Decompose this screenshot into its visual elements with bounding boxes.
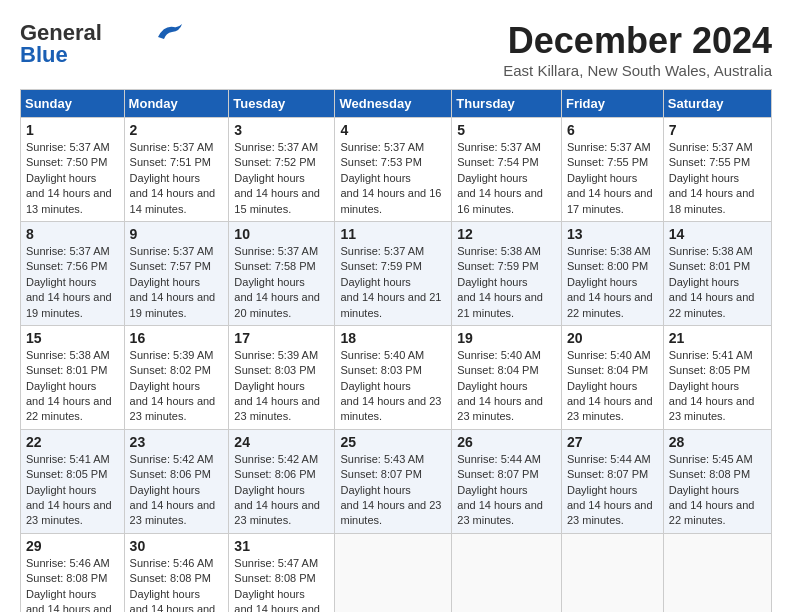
day-number: 2 [130,122,224,138]
day-cell: 14 Sunrise: 5:38 AM Sunset: 8:01 PM Dayl… [663,221,771,325]
day-number: 1 [26,122,119,138]
day-cell: 2 Sunrise: 5:37 AM Sunset: 7:51 PM Dayli… [124,118,229,222]
day-cell: 3 Sunrise: 5:37 AM Sunset: 7:52 PM Dayli… [229,118,335,222]
week-row-2: 8 Sunrise: 5:37 AM Sunset: 7:56 PM Dayli… [21,221,772,325]
day-cell: 4 Sunrise: 5:37 AM Sunset: 7:53 PM Dayli… [335,118,452,222]
day-number: 27 [567,434,658,450]
day-info: Sunrise: 5:37 AM Sunset: 7:55 PM Dayligh… [567,140,658,217]
day-info: Sunrise: 5:39 AM Sunset: 8:03 PM Dayligh… [234,348,329,425]
day-cell: 8 Sunrise: 5:37 AM Sunset: 7:56 PM Dayli… [21,221,125,325]
day-cell: 25 Sunrise: 5:43 AM Sunset: 8:07 PM Dayl… [335,429,452,533]
day-info: Sunrise: 5:37 AM Sunset: 7:54 PM Dayligh… [457,140,556,217]
day-cell: 10 Sunrise: 5:37 AM Sunset: 7:58 PM Dayl… [229,221,335,325]
header-monday: Monday [124,90,229,118]
week-row-1: 1 Sunrise: 5:37 AM Sunset: 7:50 PM Dayli… [21,118,772,222]
day-info: Sunrise: 5:38 AM Sunset: 8:00 PM Dayligh… [567,244,658,321]
title-section: December 2024 East Killara, New South Wa… [503,20,772,79]
week-row-3: 15 Sunrise: 5:38 AM Sunset: 8:01 PM Dayl… [21,325,772,429]
header-tuesday: Tuesday [229,90,335,118]
day-number: 3 [234,122,329,138]
header-sunday: Sunday [21,90,125,118]
day-cell: 5 Sunrise: 5:37 AM Sunset: 7:54 PM Dayli… [452,118,562,222]
day-number: 6 [567,122,658,138]
day-number: 9 [130,226,224,242]
day-number: 20 [567,330,658,346]
day-info: Sunrise: 5:37 AM Sunset: 7:50 PM Dayligh… [26,140,119,217]
day-number: 22 [26,434,119,450]
day-info: Sunrise: 5:40 AM Sunset: 8:04 PM Dayligh… [567,348,658,425]
day-number: 11 [340,226,446,242]
month-title: December 2024 [503,20,772,62]
day-info: Sunrise: 5:46 AM Sunset: 8:08 PM Dayligh… [26,556,119,612]
day-number: 23 [130,434,224,450]
day-cell: 17 Sunrise: 5:39 AM Sunset: 8:03 PM Dayl… [229,325,335,429]
day-info: Sunrise: 5:37 AM Sunset: 7:55 PM Dayligh… [669,140,766,217]
day-number: 26 [457,434,556,450]
week-row-4: 22 Sunrise: 5:41 AM Sunset: 8:05 PM Dayl… [21,429,772,533]
day-cell: 30 Sunrise: 5:46 AM Sunset: 8:08 PM Dayl… [124,533,229,612]
day-cell: 23 Sunrise: 5:42 AM Sunset: 8:06 PM Dayl… [124,429,229,533]
day-info: Sunrise: 5:46 AM Sunset: 8:08 PM Dayligh… [130,556,224,612]
day-cell: 31 Sunrise: 5:47 AM Sunset: 8:08 PM Dayl… [229,533,335,612]
day-number: 24 [234,434,329,450]
day-info: Sunrise: 5:37 AM Sunset: 7:51 PM Dayligh… [130,140,224,217]
header-saturday: Saturday [663,90,771,118]
day-info: Sunrise: 5:37 AM Sunset: 7:59 PM Dayligh… [340,244,446,321]
day-cell [561,533,663,612]
week-row-5: 29 Sunrise: 5:46 AM Sunset: 8:08 PM Dayl… [21,533,772,612]
header-wednesday: Wednesday [335,90,452,118]
header-friday: Friday [561,90,663,118]
day-cell: 20 Sunrise: 5:40 AM Sunset: 8:04 PM Dayl… [561,325,663,429]
day-info: Sunrise: 5:38 AM Sunset: 7:59 PM Dayligh… [457,244,556,321]
day-cell: 13 Sunrise: 5:38 AM Sunset: 8:00 PM Dayl… [561,221,663,325]
day-number: 25 [340,434,446,450]
day-number: 7 [669,122,766,138]
day-number: 21 [669,330,766,346]
day-info: Sunrise: 5:38 AM Sunset: 8:01 PM Dayligh… [669,244,766,321]
day-number: 30 [130,538,224,554]
day-number: 19 [457,330,556,346]
day-number: 29 [26,538,119,554]
location-title: East Killara, New South Wales, Australia [503,62,772,79]
logo: General Blue [20,20,186,68]
day-number: 18 [340,330,446,346]
day-info: Sunrise: 5:37 AM Sunset: 7:58 PM Dayligh… [234,244,329,321]
day-info: Sunrise: 5:43 AM Sunset: 8:07 PM Dayligh… [340,452,446,529]
day-info: Sunrise: 5:41 AM Sunset: 8:05 PM Dayligh… [669,348,766,425]
day-cell: 27 Sunrise: 5:44 AM Sunset: 8:07 PM Dayl… [561,429,663,533]
day-cell [663,533,771,612]
day-info: Sunrise: 5:37 AM Sunset: 7:53 PM Dayligh… [340,140,446,217]
logo-bird-icon [156,23,186,41]
day-cell: 18 Sunrise: 5:40 AM Sunset: 8:03 PM Dayl… [335,325,452,429]
day-cell: 26 Sunrise: 5:44 AM Sunset: 8:07 PM Dayl… [452,429,562,533]
day-info: Sunrise: 5:44 AM Sunset: 8:07 PM Dayligh… [457,452,556,529]
day-info: Sunrise: 5:42 AM Sunset: 8:06 PM Dayligh… [234,452,329,529]
header-row: SundayMondayTuesdayWednesdayThursdayFrid… [21,90,772,118]
day-info: Sunrise: 5:41 AM Sunset: 8:05 PM Dayligh… [26,452,119,529]
day-info: Sunrise: 5:45 AM Sunset: 8:08 PM Dayligh… [669,452,766,529]
day-number: 14 [669,226,766,242]
day-number: 5 [457,122,556,138]
day-number: 28 [669,434,766,450]
day-cell: 12 Sunrise: 5:38 AM Sunset: 7:59 PM Dayl… [452,221,562,325]
header-thursday: Thursday [452,90,562,118]
day-cell: 21 Sunrise: 5:41 AM Sunset: 8:05 PM Dayl… [663,325,771,429]
day-cell: 7 Sunrise: 5:37 AM Sunset: 7:55 PM Dayli… [663,118,771,222]
day-info: Sunrise: 5:39 AM Sunset: 8:02 PM Dayligh… [130,348,224,425]
day-cell: 29 Sunrise: 5:46 AM Sunset: 8:08 PM Dayl… [21,533,125,612]
day-cell: 15 Sunrise: 5:38 AM Sunset: 8:01 PM Dayl… [21,325,125,429]
day-info: Sunrise: 5:40 AM Sunset: 8:04 PM Dayligh… [457,348,556,425]
day-cell: 19 Sunrise: 5:40 AM Sunset: 8:04 PM Dayl… [452,325,562,429]
day-number: 31 [234,538,329,554]
day-info: Sunrise: 5:37 AM Sunset: 7:57 PM Dayligh… [130,244,224,321]
day-number: 8 [26,226,119,242]
day-info: Sunrise: 5:42 AM Sunset: 8:06 PM Dayligh… [130,452,224,529]
day-info: Sunrise: 5:37 AM Sunset: 7:56 PM Dayligh… [26,244,119,321]
day-info: Sunrise: 5:47 AM Sunset: 8:08 PM Dayligh… [234,556,329,612]
day-cell: 16 Sunrise: 5:39 AM Sunset: 8:02 PM Dayl… [124,325,229,429]
day-info: Sunrise: 5:38 AM Sunset: 8:01 PM Dayligh… [26,348,119,425]
day-cell [335,533,452,612]
day-info: Sunrise: 5:44 AM Sunset: 8:07 PM Dayligh… [567,452,658,529]
day-number: 13 [567,226,658,242]
day-number: 4 [340,122,446,138]
